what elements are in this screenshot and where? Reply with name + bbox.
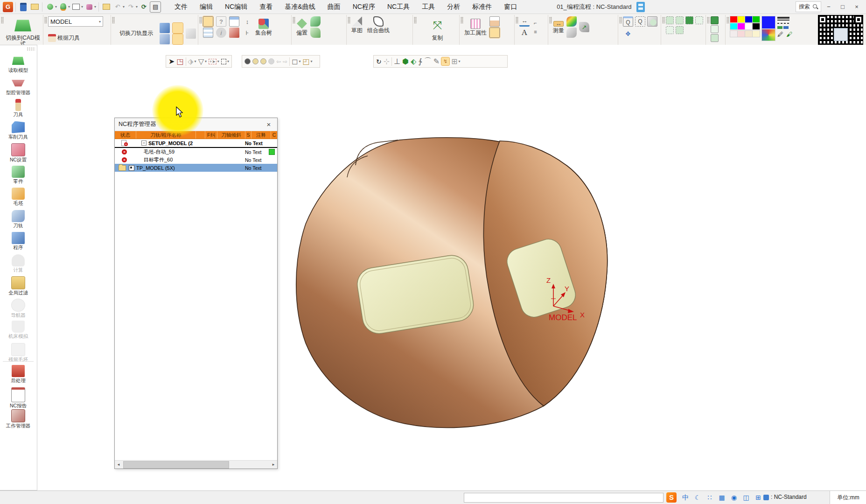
ime-logo-icon[interactable]: S — [666, 492, 677, 503]
drag-handle[interactable] — [619, 17, 622, 23]
material-icon[interactable] — [84, 2, 94, 12]
drag-handle[interactable] — [44, 17, 47, 23]
ruler-tree-icon[interactable]: ⊦ — [242, 28, 252, 38]
undo-icon[interactable]: ↶ — [112, 2, 123, 12]
dialog-hscrollbar[interactable]: ◂ ▸ — [115, 460, 277, 469]
col-blank[interactable] — [196, 131, 205, 139]
row-checkbox[interactable] — [129, 165, 134, 171]
rotate-view-2-icon[interactable] — [711, 25, 719, 33]
table-row-setup-model[interactable]: × − SETUP_MODEL (2 No Text — [115, 139, 277, 148]
menu-edit[interactable]: 编辑 — [194, 0, 219, 14]
attr-pen-icon[interactable] — [489, 16, 500, 27]
drag-handle[interactable] — [293, 17, 295, 23]
combined-curve-label[interactable]: 组合曲线 — [367, 28, 390, 34]
rotate-view-3-icon[interactable] — [711, 34, 719, 42]
sidebar-item-16[interactable]: 工作管理器 — [0, 409, 36, 429]
toolpath-edit-icon[interactable]: ✎ — [433, 57, 440, 66]
ime-moon-icon[interactable]: ☾ — [692, 492, 703, 503]
assembly-tree-icon[interactable] — [258, 19, 269, 29]
line-weight-2-icon[interactable] — [777, 20, 789, 21]
tree-list-icon[interactable] — [203, 16, 213, 27]
line-weight-icon[interactable] — [777, 17, 789, 19]
by-tool-label[interactable]: 根据刀具 — [57, 35, 80, 41]
chevron-down-icon[interactable]: ▾ — [299, 59, 300, 63]
offset-label[interactable]: 偏置 — [296, 30, 307, 36]
color-pastel-3-swatch[interactable] — [745, 31, 752, 37]
search-box[interactable]: 搜索 — [796, 1, 821, 12]
color-pastel-1-swatch[interactable] — [730, 31, 737, 37]
menu-nc-edit[interactable]: NC编辑 — [219, 0, 253, 14]
scroll-left-icon[interactable]: ◂ — [115, 461, 122, 468]
display-cube-icon[interactable]: ◻ — [292, 57, 298, 66]
capture-window-icon[interactable] — [71, 2, 81, 12]
table-row-target-part[interactable]: × 目标零件_60 No Text — [115, 156, 277, 164]
sketch-label[interactable]: 草图 — [351, 28, 363, 34]
chevron-down-icon[interactable]: ▾ — [123, 5, 125, 9]
ime-lang-icon[interactable]: 中 — [680, 492, 691, 503]
import-part-icon[interactable] — [58, 2, 68, 12]
eyedropper-icon[interactable]: 🖉 — [777, 31, 783, 38]
col-f[interactable]: F纠 — [205, 131, 217, 139]
chevron-down-icon[interactable]: ▾ — [68, 5, 70, 9]
menu-nc-program[interactable]: NC程序 — [347, 0, 381, 14]
menu-tools[interactable]: 工具 — [416, 0, 441, 14]
status-input-field[interactable] — [464, 493, 663, 503]
toolpath-cube-icon[interactable]: ⬢ — [402, 57, 409, 66]
chevron-down-icon[interactable]: ▾ — [217, 59, 219, 63]
table-row-tp-model[interactable]: TP_MODEL (5X) No Text — [115, 164, 277, 172]
ruler-vertical-icon[interactable]: ↕ — [242, 16, 252, 27]
text-icon[interactable]: A — [519, 28, 530, 38]
tool-lamp-icon[interactable] — [173, 23, 183, 33]
blank-cube-icon[interactable] — [186, 28, 196, 39]
offset-surface-2-icon[interactable] — [310, 28, 321, 38]
copy-axes-icon[interactable]: ⤧ — [428, 16, 447, 34]
sketch-icon[interactable] — [352, 16, 362, 27]
sidebar-item-1[interactable]: 型腔管理器 — [0, 77, 36, 96]
menu-file[interactable]: 文件 — [168, 0, 194, 14]
rotate-view-icon[interactable] — [711, 16, 719, 24]
col-comment[interactable]: 注释 — [251, 131, 271, 139]
assembly-tree-label[interactable]: 集合树 — [255, 30, 272, 36]
col-s[interactable]: S — [245, 131, 251, 139]
chevron-down-icon[interactable]: ▾ — [227, 59, 229, 63]
save-icon[interactable] — [18, 2, 28, 12]
line-style-dashed-icon[interactable] — [777, 23, 789, 24]
toolpath-surface-icon[interactable]: ⬖ — [411, 57, 416, 66]
menu-view[interactable]: 查看 — [253, 0, 279, 14]
scroll-thumb[interactable] — [123, 461, 229, 469]
layer-blue-icon[interactable] — [783, 26, 789, 29]
color-green-swatch[interactable] — [753, 16, 760, 22]
minimize-button[interactable]: − — [822, 1, 835, 13]
offset-surface-icon[interactable] — [310, 16, 321, 27]
sidebar-item-0[interactable]: 读取模型 — [0, 55, 36, 74]
color-pastel-4-swatch[interactable] — [753, 31, 760, 37]
ime-grid-icon[interactable]: ⊞ — [753, 492, 763, 503]
drag-handle[interactable] — [414, 17, 417, 23]
chevron-down-icon[interactable]: ▾ — [459, 59, 461, 63]
drag-handle[interactable] — [112, 17, 115, 23]
chevron-down-icon[interactable]: ▾ — [94, 5, 96, 9]
model-cube-lamp-icon[interactable] — [173, 34, 183, 44]
axis-tool-icon[interactable]: ⊥ — [394, 57, 400, 66]
color-pastel-2-swatch[interactable] — [738, 31, 745, 37]
select-cursor-icon[interactable]: ➤ — [168, 57, 175, 66]
color-magenta-swatch[interactable] — [738, 23, 745, 29]
drag-handle[interactable] — [726, 17, 729, 23]
measure-ruler-icon[interactable]: ↔ — [553, 21, 564, 27]
close-file-icon[interactable] — [101, 2, 112, 12]
menu-nc-tools[interactable]: NC工具 — [381, 0, 416, 14]
dimension-icon[interactable]: ↔ — [519, 16, 530, 27]
restore-button[interactable]: □ — [836, 1, 849, 13]
view-iso-icon[interactable] — [666, 16, 674, 24]
dialog-close-icon[interactable]: × — [264, 120, 273, 128]
pan-icon[interactable]: ✥ — [623, 28, 633, 39]
select-add-icon[interactable]: +➤ — [209, 59, 216, 64]
color-current-swatch[interactable] — [762, 16, 775, 28]
drag-handle[interactable] — [348, 17, 350, 23]
curve-fit-icon[interactable]: ⌒ — [424, 56, 432, 66]
paintbrush-icon[interactable]: 🖌 — [786, 31, 792, 38]
view-left-icon[interactable] — [695, 16, 703, 24]
drag-handle[interactable] — [461, 17, 463, 23]
col-c[interactable]: C — [271, 131, 277, 139]
reload-icon[interactable]: ⟳ — [139, 2, 149, 12]
